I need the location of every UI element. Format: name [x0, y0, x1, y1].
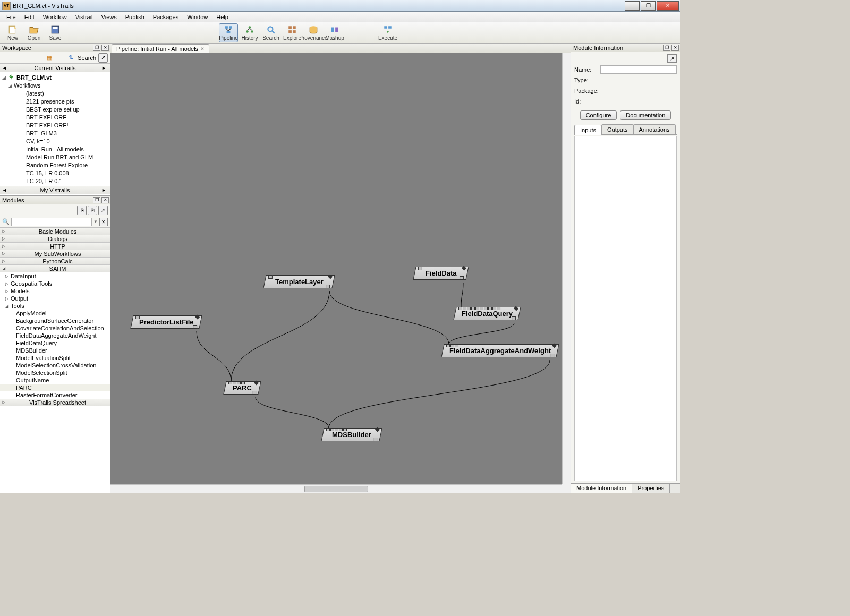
expand-icon[interactable]: ↗ — [667, 54, 677, 63]
minimize-button[interactable]: ― — [625, 1, 640, 11]
module-category[interactable]: ◢SAHM — [0, 265, 110, 272]
pipeline-tab[interactable]: Pipeline: Initial Run - All models ✕ — [112, 44, 209, 53]
workspace-tree[interactable]: ◢⚘BRT_GLM.vt◢Workflows(latest)2121 prese… — [0, 72, 110, 195]
save-button[interactable]: Save — [46, 23, 65, 42]
undock-icon[interactable]: ❐ — [663, 45, 670, 51]
module-item[interactable]: MDSBuilder — [0, 347, 110, 354]
tree-item[interactable]: BEST explore set up — [0, 105, 110, 113]
bottom-tab-properties[interactable]: Properties — [632, 484, 670, 493]
list-toggle-icon[interactable]: ≣ — [55, 53, 65, 63]
module-category[interactable]: ▷VisTrails Spreadsheet — [0, 399, 110, 406]
menu-vistrail[interactable]: Vistrail — [71, 13, 97, 21]
module-item[interactable]: PARC — [0, 384, 110, 391]
configure-button[interactable]: Configure — [580, 110, 617, 120]
module-group[interactable]: ▷Models — [0, 287, 110, 295]
info-tab-inputs[interactable]: Inputs — [574, 125, 602, 135]
horizontal-scrollbar[interactable] — [110, 484, 562, 493]
open-button[interactable]: Open — [24, 23, 44, 42]
module-item[interactable]: BackgroundSurfaceGenerator — [0, 317, 110, 324]
tree-item[interactable]: Model Run BRT and GLM — [0, 153, 110, 161]
module-category[interactable]: ▷Basic Modules — [0, 228, 110, 235]
pipeline-button[interactable]: Pipeline — [219, 23, 238, 42]
menu-publish[interactable]: Publish — [121, 13, 149, 21]
menu-window[interactable]: Window — [183, 13, 212, 21]
module-item[interactable]: CovariateCorrelationAndSelection — [0, 324, 110, 332]
tree-item[interactable]: BRT_GLM3 — [0, 129, 110, 137]
tree-item[interactable]: Random Forest Explore — [0, 161, 110, 169]
module-item[interactable]: FieldDataQuery — [0, 339, 110, 347]
module-name-input[interactable] — [600, 65, 677, 74]
bottom-tab-module-information[interactable]: Module Information — [571, 484, 632, 493]
vertical-scrollbar[interactable] — [562, 53, 571, 484]
tree-item[interactable]: TC 20, LR 0.1 — [0, 177, 110, 185]
pipeline-node-parc[interactable]: PARC — [223, 381, 261, 395]
tree-root[interactable]: ◢⚘BRT_GLM.vt — [0, 73, 110, 81]
svg-rect-10 — [288, 26, 292, 29]
pipeline-node-template[interactable]: TemplateLayer — [263, 275, 335, 288]
module-search-input[interactable] — [11, 218, 92, 226]
tree-item[interactable]: Initial Run - All models — [0, 145, 110, 153]
module-item[interactable]: FieldDataAggregateAndWeight — [0, 332, 110, 339]
module-group[interactable]: ▷DataInput — [0, 272, 110, 280]
pipeline-node-fielddata[interactable]: FieldData — [413, 267, 469, 280]
module-item[interactable]: ApplyModel — [0, 310, 110, 317]
maximize-button[interactable]: ❐ — [641, 1, 656, 11]
module-group[interactable]: ◢Tools — [0, 302, 110, 310]
module-list[interactable]: ▷Basic Modules▷Dialogs▷HTTP▷My SubWorkfl… — [0, 228, 110, 493]
module-item[interactable]: ModelSelectionCrossValidation — [0, 362, 110, 369]
menu-views[interactable]: Views — [97, 13, 121, 21]
pipeline-node-fdquery[interactable]: FieldDataQuery — [453, 307, 521, 320]
close-icon[interactable]: ✕ — [672, 45, 679, 51]
module-category[interactable]: ▷My SubWorkflows — [0, 250, 110, 258]
execute-button[interactable]: Execute — [378, 23, 397, 42]
tree-item[interactable]: 2121 presence pts — [0, 97, 110, 105]
tree-item[interactable]: TC 15, LR 0.008 — [0, 169, 110, 177]
svg-rect-5 — [227, 31, 231, 33]
menu-file[interactable]: File — [2, 13, 20, 21]
tree-item[interactable]: BRT EXPLORE! — [0, 121, 110, 129]
provenance-button[interactable]: Provenance — [304, 23, 323, 42]
menu-packages[interactable]: Packages — [149, 13, 183, 21]
undock-icon[interactable]: ❐ — [93, 197, 100, 203]
info-tab-annotations[interactable]: Annotations — [633, 124, 676, 134]
module-group[interactable]: ▷Output — [0, 295, 110, 302]
history-button[interactable]: History — [240, 23, 259, 42]
module-category[interactable]: ▷HTTP — [0, 243, 110, 250]
module-item[interactable]: RasterFormatConverter — [0, 391, 110, 399]
close-icon[interactable]: ✕ — [101, 197, 109, 203]
tree-workflows[interactable]: ◢Workflows — [0, 81, 110, 89]
expand-icon[interactable]: ↗ — [98, 206, 108, 215]
tree-item[interactable]: CV, k=10 — [0, 137, 110, 145]
tree-item[interactable]: (latest) — [0, 89, 110, 97]
new-button[interactable]: New — [3, 23, 22, 42]
pipeline-node-fdagg[interactable]: FieldDataAggregateAndWeight — [441, 344, 559, 357]
documentation-button[interactable]: Documentation — [620, 110, 671, 120]
sort-icon[interactable]: ⇅ — [66, 53, 75, 63]
module-category[interactable]: ▷Dialogs — [0, 235, 110, 243]
current-vistrails-header[interactable]: ◄ Current Vistrails ► — [0, 64, 110, 72]
close-icon[interactable]: ✕ — [101, 45, 109, 51]
mashup-button[interactable]: Mashup — [325, 23, 344, 42]
search-button[interactable]: Search — [261, 23, 280, 42]
module-category[interactable]: ▷PythonCalc — [0, 258, 110, 265]
paste-icon[interactable]: ⎗ — [88, 206, 97, 215]
pipeline-canvas[interactable]: PredictorListFileTemplateLayerFieldDataF… — [110, 53, 571, 493]
module-item[interactable]: ModelEvaluationSplit — [0, 354, 110, 362]
info-tab-outputs[interactable]: Outputs — [601, 124, 634, 134]
grid-view-icon[interactable]: ▦ — [45, 53, 54, 63]
module-group[interactable]: ▷GeospatialTools — [0, 280, 110, 287]
module-item[interactable]: ModelSelectionSplit — [0, 369, 110, 377]
copy-icon[interactable]: ⎘ — [77, 206, 87, 215]
close-button[interactable]: ✕ — [657, 1, 679, 11]
undock-icon[interactable]: ❐ — [93, 45, 100, 51]
clear-search-icon[interactable]: ✕ — [99, 218, 108, 226]
pin-icon[interactable]: ↗ — [98, 53, 108, 63]
menu-edit[interactable]: Edit — [20, 13, 39, 21]
tree-item[interactable]: BRT EXPLORE — [0, 113, 110, 121]
close-tab-icon[interactable]: ✕ — [200, 46, 205, 52]
menu-workflow[interactable]: Workflow — [39, 13, 71, 21]
menu-help[interactable]: Help — [212, 13, 233, 21]
pipeline-node-predlist[interactable]: PredictorListFile — [130, 315, 202, 329]
module-item[interactable]: OutputName — [0, 377, 110, 384]
pipeline-node-mds[interactable]: MDSBuilder — [321, 428, 382, 441]
